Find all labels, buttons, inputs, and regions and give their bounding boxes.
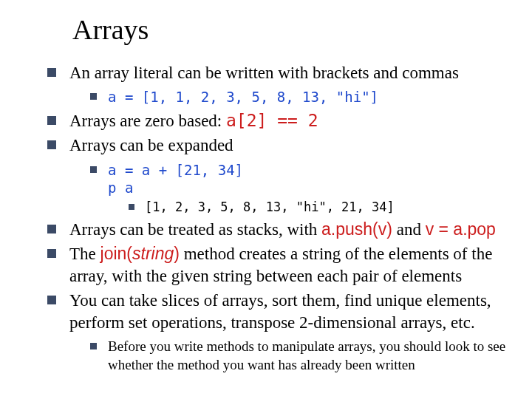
slide-title: Arrays [72, 13, 507, 46]
text: An array literal can be written with bra… [69, 64, 459, 82]
text: Arrays are zero based: [69, 112, 226, 130]
sub-before-write: Before you write methods to manipulate a… [90, 338, 507, 374]
code-array-literal: a = [1, 1, 2, 3, 5, 8, 13, "hi"] [90, 88, 507, 106]
code-pop: v = a.pop [426, 219, 496, 239]
output-expand: [1, 2, 3, 5, 8, 13, "hi", 21, 34] [129, 200, 507, 216]
bullet-expanded: Arrays can be expanded a = a + [21, 34] … [47, 134, 507, 216]
arg: string [132, 244, 174, 263]
bullet-zero-based: Arrays are zero based: a[2] == 2 [47, 110, 507, 132]
code-expand: a = a + [21, 34] p a [1, 2, 3, 5, 8, 13,… [90, 161, 507, 216]
text-mid: and [392, 220, 426, 239]
code: a = a + [21, 34] p a [108, 161, 507, 197]
slide: Arrays An array literal can be written w… [0, 0, 532, 399]
bullet-list: An array literal can be written with bra… [25, 62, 507, 374]
text: You can take slices of arrays, sort them… [69, 291, 491, 331]
bullet-array-literal: An array literal can be written with bra… [47, 62, 507, 107]
bullet-join: The join(string) method creates a string… [47, 243, 507, 287]
bullet-slices: You can take slices of arrays, sort them… [47, 290, 507, 374]
output: [1, 2, 3, 5, 8, 13, "hi", 21, 34] [145, 200, 395, 214]
code-push: a.push(v) [321, 219, 392, 239]
method-name: join [100, 244, 127, 263]
bullet-stacks: Arrays can be treated as stacks, with a.… [47, 219, 507, 240]
text-pre: The [69, 245, 100, 263]
text-pre: Arrays can be treated as stacks, with [69, 220, 321, 239]
text: Arrays can be expanded [69, 136, 233, 154]
text: Before you write methods to manipulate a… [108, 338, 505, 372]
paren-open: ( [126, 244, 132, 263]
code: a[2] == 2 [226, 111, 318, 130]
code: a = [1, 1, 2, 3, 5, 8, 13, "hi"] [108, 89, 378, 105]
paren-close: ) [174, 244, 180, 263]
